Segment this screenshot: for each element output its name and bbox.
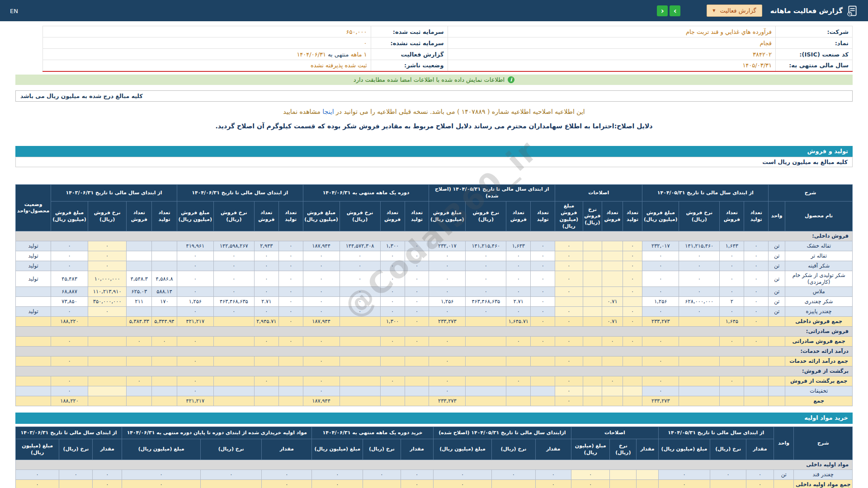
value-cell: ۱,۶۴۵ [720, 317, 744, 327]
value-cell: ۰ [466, 261, 506, 271]
col-header-sub: نرخ فروش (ریال) [340, 202, 380, 231]
col-header-sub: نرخ فروش (ریال) [583, 202, 602, 231]
value-cell: ۰ [363, 470, 401, 480]
row-label: تفاله خشک [785, 241, 853, 251]
company-info-table: شرکت:فرآورده هاي غذايي و قند تربت جامسرم… [42, 26, 853, 72]
top-navbar: گزارش فعالیت ماهانه گزارش فعالیت ▼ › ‹ E… [0, 0, 868, 21]
value-cell [213, 357, 254, 366]
value-cell: ۰ [429, 376, 466, 386]
next-report-button[interactable]: › [670, 5, 680, 16]
value-cell: ۴۱۹,۹۶۱ [177, 241, 213, 251]
value-cell [213, 337, 254, 347]
value-cell [679, 396, 720, 406]
value-cell [583, 297, 602, 307]
product-row: شکر آفینهتن۰۰۰۰۰۰۰۰۰۰۰۰۰۰۰۰۰۰۰۰تولید [16, 261, 853, 271]
value-cell [744, 357, 769, 366]
product-status: تولید [16, 307, 51, 317]
value-cell: ۰ [744, 241, 769, 251]
row-unit [769, 337, 785, 347]
row-unit [769, 396, 785, 406]
col-header-sub: مقدار [401, 439, 433, 460]
value-cell [340, 396, 380, 406]
value-cell: ۰ [340, 307, 380, 317]
section-label: مواد اولیه داخلی [16, 460, 853, 470]
value-cell [380, 357, 405, 366]
table-amounts-note: کلیه مبالغ به میلیون ریال است [15, 157, 853, 167]
value-cell: ۲۳۳,۲۷۳ [429, 317, 466, 327]
value-cell [88, 357, 126, 366]
value-cell: ۰ [405, 307, 429, 317]
value-cell: ۰ [679, 251, 720, 261]
value-cell: ۰ [401, 480, 433, 488]
value-cell: ۰ [555, 261, 583, 271]
value-cell: ۲.۷۱ [254, 297, 278, 307]
col-header-group-4: از ابتدای سال مالی تا تاریخ ۱۴۰۴/۰۶/۳۱ [177, 185, 303, 202]
amendment-reasons: دلایل اصلاح:احتراما به اطلاع سهامداران م… [15, 122, 853, 130]
value-cell: ۰ [303, 357, 340, 366]
value-cell [363, 480, 401, 488]
value-cell: ۰ [278, 337, 303, 347]
amendment-notice-text: این اطلاعیه اصلاحیه اطلاعیه شماره ( ۱۴۰۷… [334, 108, 585, 115]
value-cell: ۰ [555, 396, 583, 406]
value-cell [679, 317, 720, 327]
value-cell: ۱۴۴,۵۷۲,۳۰۸ [340, 241, 380, 251]
value-cell: ۰ [405, 241, 429, 251]
value-cell: ۰ [744, 261, 769, 271]
value-cell: ۰ [405, 271, 429, 287]
value-cell [602, 287, 623, 297]
value-cell [637, 470, 658, 480]
report-type-dropdown[interactable]: گزارش فعالیت ▼ [707, 5, 762, 17]
production-sales-table: شرحاز ابتدای سال مالی تا تاریخ ۱۴۰۴/۰۵/۳… [15, 184, 853, 406]
value-cell: ۰ [177, 386, 213, 396]
value-cell: ۱۱۰,۲۱۳,۹۱۰ [88, 287, 126, 297]
value-cell: ۰ [571, 480, 610, 488]
company-field-value: ۱ ماهه منتهی به ۱۴۰۴/۰۶/۳۱ [43, 49, 371, 60]
section-label: درآمد ارائه خدمات: [16, 347, 853, 357]
value-cell: ۰ [555, 337, 583, 347]
value-cell: ۰ [340, 261, 380, 271]
value-cell: ۰ [506, 251, 531, 261]
row-unit [769, 386, 785, 396]
value-cell: ۱,۲۵۶ [429, 297, 466, 307]
value-cell: ۰ [506, 271, 531, 287]
value-cell [610, 480, 637, 488]
value-cell [679, 337, 720, 347]
value-cell: ۰ [16, 480, 59, 488]
col-header-sub: نرخ فروش (ریال) [213, 202, 254, 231]
value-cell: ۵,۳۸۴.۳۳ [127, 317, 152, 327]
value-cell [744, 386, 769, 396]
value-cell: ۱,۲۵۶ [177, 297, 213, 307]
row-unit: تن [769, 241, 785, 251]
prev-report-button[interactable]: ‹ [657, 5, 668, 16]
value-cell [531, 376, 555, 386]
company-field-label: سرمایه ثبت نشده: [371, 38, 448, 49]
value-cell: ۰ [177, 357, 213, 366]
previous-version-link[interactable]: اینجا [322, 108, 334, 115]
value-cell: ۴,۵۴۸.۳ [127, 271, 152, 287]
section-label: فروش داخلی: [16, 231, 853, 241]
value-cell [466, 376, 506, 386]
value-cell [583, 261, 602, 271]
value-cell: ۰ [531, 261, 555, 271]
value-cell: ۴,۵۸۶.۸ [152, 271, 177, 287]
value-cell: ۰ [254, 376, 278, 386]
total-row: جمع فروش داخلی۰۱,۶۴۵۲۳۳,۲۷۳۰۰.۷۱۰۰۱,۶۴۵.… [16, 317, 853, 327]
value-cell: ۰ [262, 470, 312, 480]
row-unit: تن [769, 271, 785, 287]
value-cell: ۷۳,۸۵۰ [51, 297, 88, 307]
row-label: جمع مواد اولیه داخلی [794, 480, 853, 488]
value-cell: ۱۸۷,۹۴۴ [303, 317, 340, 327]
value-cell [583, 357, 602, 366]
value-cell [720, 386, 744, 396]
value-cell: ۰ [433, 470, 492, 480]
col-header-group-5: از ابتدای سال مالی تا تاریخ ۱۴۰۳/۰۶/۳۱ [51, 185, 177, 202]
language-toggle[interactable]: EN [10, 8, 18, 14]
col-header-sub: مبلغ (میلیون ریال) [658, 439, 710, 460]
company-field-label: وضعیت ناشر: [371, 60, 448, 71]
value-cell [602, 307, 623, 317]
product-row: تفاله خشکتن۰۱,۶۴۳۱۴۱,۲۱۵,۴۶۰۲۳۲,۰۱۷۰۰۰۱,… [16, 241, 853, 251]
product-row: تخفیفات۰۰۰۰۰۰ [16, 386, 853, 396]
value-cell: ۰ [642, 376, 679, 386]
col-header-group-0: از ابتدای سال مالی تا تاریخ ۱۴۰۴/۰۵/۳۱ [658, 427, 774, 439]
row-label: شکر تولیدی از شکر خام (کارمزدی) [785, 271, 853, 287]
